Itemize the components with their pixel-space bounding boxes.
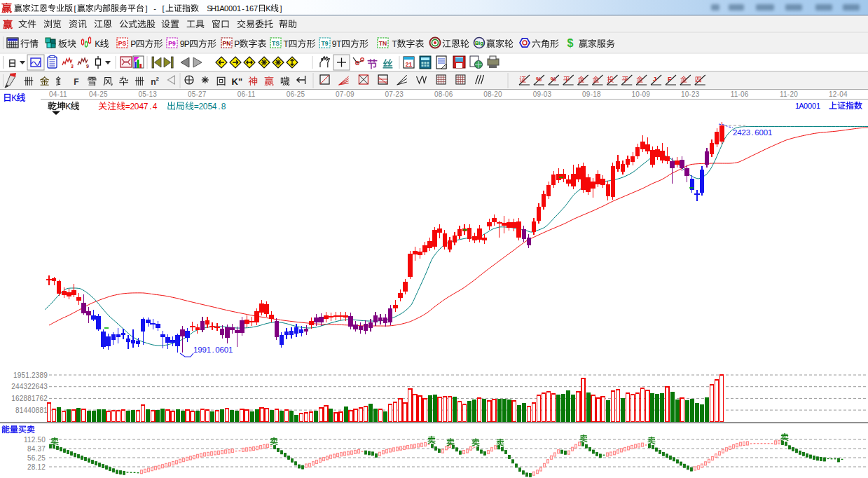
svg-text:K: K — [266, 4, 271, 13]
svg-text:K: K — [11, 93, 17, 103]
svg-text:07-09: 07-09 — [336, 90, 354, 98]
svg-text:F: F — [74, 77, 78, 87]
svg-text:9T: 9T — [332, 39, 342, 49]
svg-text:09-03: 09-03 — [533, 90, 552, 98]
svg-text:11-20: 11-20 — [780, 90, 798, 98]
svg-text:04-25: 04-25 — [89, 90, 108, 98]
svg-text:84.37: 84.37 — [27, 445, 46, 453]
svg-text:56.25: 56.25 — [27, 454, 46, 462]
svg-text:T: T — [284, 39, 289, 49]
svg-text:10-09: 10-09 — [632, 90, 651, 98]
svg-text:P9: P9 — [168, 40, 176, 47]
svg-text:T: T — [392, 39, 398, 49]
svg-text:=2054.8: =2054.8 — [194, 102, 226, 111]
svg-text:3: 3 — [71, 64, 74, 69]
svg-text:07-23: 07-23 — [385, 90, 404, 98]
svg-text:K: K — [65, 102, 71, 111]
svg-text:10-23: 10-23 — [681, 90, 700, 98]
svg-text:$: $ — [567, 37, 574, 49]
svg-text:11-06: 11-06 — [731, 90, 749, 98]
svg-text:06-11: 06-11 — [237, 90, 256, 98]
svg-text:06-25: 06-25 — [287, 90, 305, 98]
svg-text:P: P — [130, 39, 136, 49]
svg-text:08-06: 08-06 — [434, 90, 453, 98]
svg-text:04-11: 04-11 — [49, 90, 67, 98]
svg-text:1A0001: 1A0001 — [795, 102, 820, 110]
svg-text:2423.6001: 2423.6001 — [733, 128, 772, 137]
svg-text:12-04: 12-04 — [829, 90, 848, 98]
svg-text:TS: TS — [272, 40, 280, 47]
svg-text:n: n — [151, 77, 156, 87]
svg-text:PN: PN — [223, 40, 231, 47]
svg-text:21: 21 — [406, 61, 413, 68]
svg-text:=2047.4: =2047.4 — [125, 102, 158, 111]
svg-text:162881762: 162881762 — [11, 395, 48, 402]
svg-text:05-13: 05-13 — [139, 90, 158, 98]
svg-text:1991.0601: 1991.0601 — [193, 346, 233, 354]
svg-text:112.50: 112.50 — [24, 436, 46, 444]
svg-text:09-18: 09-18 — [582, 90, 601, 98]
svg-text:08-20: 08-20 — [483, 90, 502, 98]
svg-text:%: % — [536, 76, 542, 83]
svg-text:SH1A0001-167: SH1A0001-167 — [207, 4, 258, 13]
svg-text:244322643: 244322643 — [11, 383, 48, 390]
svg-text:28.12: 28.12 — [27, 463, 46, 471]
svg-text:TN: TN — [379, 40, 387, 47]
svg-text:[: [ — [74, 4, 76, 13]
svg-text:PS: PS — [118, 40, 127, 47]
svg-text:K": K" — [232, 76, 243, 87]
svg-text:]: ] — [280, 4, 282, 13]
svg-text:K: K — [95, 39, 100, 49]
svg-text:2: 2 — [156, 76, 160, 82]
svg-text:F: F — [668, 76, 672, 83]
svg-text:J: J — [653, 76, 656, 83]
svg-text:%: % — [551, 76, 556, 83]
svg-text:Big: Big — [475, 40, 484, 46]
svg-text:P: P — [234, 39, 240, 49]
svg-text:9P: 9P — [180, 39, 190, 49]
svg-text:9: 9 — [86, 64, 89, 69]
svg-text:81440881: 81440881 — [15, 407, 48, 414]
svg-text:T9: T9 — [322, 40, 329, 47]
svg-text:1951.2389: 1951.2389 — [13, 371, 48, 379]
svg-text:05-27: 05-27 — [188, 90, 207, 98]
